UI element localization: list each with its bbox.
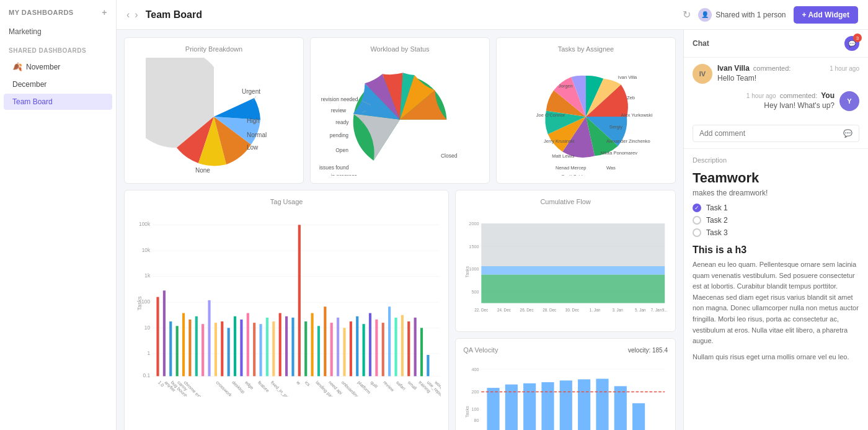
svg-text:ics: ics bbox=[304, 380, 312, 388]
svg-text:ready: ready bbox=[335, 119, 349, 125]
svg-rect-71 bbox=[317, 326, 320, 376]
description-paragraph: Aenean eu leo quam. Pellentesque ornare … bbox=[693, 259, 859, 347]
priority-breakdown-widget: Priority Breakdown bbox=[124, 37, 304, 184]
svg-rect-78 bbox=[363, 324, 365, 376]
task-3-label: Task 3 bbox=[706, 228, 728, 237]
svg-rect-54 bbox=[208, 300, 210, 376]
shared-avatar: 👤 bbox=[698, 8, 712, 22]
svg-rect-83 bbox=[394, 318, 397, 376]
description-paragraph-2: Nullam quis risus eget urna mollis ornar… bbox=[693, 352, 859, 363]
svg-text:400: 400 bbox=[472, 367, 479, 372]
svg-text:1: 1 bbox=[147, 350, 150, 356]
svg-text:Joe O'Connor: Joe O'Connor bbox=[536, 112, 565, 118]
svg-text:80: 80 bbox=[474, 418, 479, 423]
svg-text:Alexander Zinchenko: Alexander Zinchenko bbox=[606, 138, 650, 144]
svg-text:Closed: Closed bbox=[441, 153, 458, 159]
task-3[interactable]: Task 3 bbox=[693, 228, 859, 237]
svg-rect-74 bbox=[337, 318, 339, 376]
ivan-avatar: IV bbox=[693, 64, 712, 84]
sidebar-my-dashboards-header: MY DASHBOARDS + bbox=[0, 0, 116, 25]
topbar-nav: ‹ › bbox=[126, 9, 138, 20]
chat-input-area[interactable]: 💬 bbox=[693, 125, 859, 142]
qa-velocity-widget: QA Velocity velocity: 185.4 400 200 100 … bbox=[455, 338, 676, 430]
svg-rect-53 bbox=[202, 324, 204, 376]
svg-text:Tasks: Tasks bbox=[464, 266, 470, 277]
svg-rect-64 bbox=[272, 321, 275, 376]
tag-usage-chart: Tasks 100k 10k 1k 100 10 1 0.1 bbox=[132, 210, 441, 396]
svg-rect-58 bbox=[234, 316, 236, 377]
sidebar-marketing-label[interactable]: Marketing bbox=[0, 25, 116, 41]
chat-message-2: Y You commented: 1 hour ago Hey Ivan! Wh… bbox=[693, 91, 859, 111]
svg-text:crosswork: crosswork bbox=[215, 380, 234, 396]
svg-text:200: 200 bbox=[472, 389, 479, 395]
svg-text:Matt Lewis: Matt Lewis bbox=[552, 153, 574, 159]
svg-text:Jorgen: Jorgen bbox=[559, 83, 573, 89]
svg-rect-77 bbox=[356, 316, 358, 377]
svg-text:Normal: Normal bbox=[247, 132, 267, 138]
sidebar-item-november[interactable]: 🍂 November bbox=[4, 58, 112, 75]
chat-panel-header: Chat 💬 3 bbox=[684, 30, 868, 58]
send-icon[interactable]: 💬 bbox=[843, 129, 852, 138]
forward-icon[interactable]: › bbox=[135, 9, 138, 20]
svg-rect-63 bbox=[266, 318, 268, 376]
assignee-title: Tasks by Assignee bbox=[504, 45, 668, 53]
svg-text:30. Dec: 30. Dec bbox=[565, 308, 580, 312]
task-1-check[interactable]: ✓ bbox=[693, 204, 701, 212]
chat-input[interactable] bbox=[699, 129, 843, 138]
qa-velocity-svg: 400 200 100 80 60 bbox=[463, 356, 668, 430]
chat-message-1: IV Ivan Villa commented: 1 hour ago Hell… bbox=[693, 64, 859, 84]
add-widget-button[interactable]: + Add Widget bbox=[794, 6, 858, 24]
svg-text:1k: 1k bbox=[144, 272, 151, 279]
svg-text:issues found: issues found bbox=[319, 164, 349, 171]
task-2-check[interactable] bbox=[693, 216, 701, 225]
svg-rect-143 bbox=[578, 379, 590, 430]
add-dashboard-icon[interactable]: + bbox=[102, 7, 107, 17]
description-section: Description Teamwork makes the dreamwork… bbox=[684, 148, 868, 370]
svg-text:1500: 1500 bbox=[469, 244, 479, 249]
workload-chart-container: revision needed review ready pending Ope… bbox=[318, 58, 482, 176]
shared-with-button[interactable]: 👤 Shared with 1 person bbox=[698, 8, 786, 22]
workload-status-widget: Workload by Status bbox=[310, 37, 490, 184]
svg-text:Open: Open bbox=[335, 147, 348, 153]
svg-text:100k: 100k bbox=[139, 221, 151, 227]
svg-text:0.1: 0.1 bbox=[143, 372, 151, 378]
svg-rect-65 bbox=[279, 313, 281, 377]
chat-icon[interactable]: 💬 3 bbox=[844, 36, 859, 51]
svg-text:ie: ie bbox=[295, 380, 301, 386]
svg-text:Urgent: Urgent bbox=[242, 88, 260, 95]
sidebar-item-team-board[interactable]: Team Board bbox=[4, 94, 112, 110]
sidebar-my-dashboards-label: MY DASHBOARDS bbox=[9, 9, 74, 16]
tag-usage-svg: 100k 10k 1k 100 10 1 0.1 bbox=[132, 210, 441, 396]
chat-time-1: 1 hour ago bbox=[830, 65, 859, 72]
task-1[interactable]: ✓ Task 1 bbox=[693, 204, 859, 212]
topbar: ‹ › Team Board ↻ 👤 Shared with 1 person … bbox=[117, 0, 868, 30]
task-list: ✓ Task 1 Task 2 Task 3 bbox=[693, 204, 859, 237]
svg-text:1. Jan: 1. Jan bbox=[590, 308, 601, 312]
cumulative-title: Cumulative Flow bbox=[463, 198, 668, 205]
tasks-assignee-widget: Tasks by Assignee bbox=[496, 37, 676, 184]
sidebar-item-december[interactable]: December bbox=[4, 76, 112, 92]
widgets-row-1: Priority Breakdown bbox=[124, 37, 676, 184]
svg-rect-144 bbox=[596, 378, 609, 430]
back-icon[interactable]: ‹ bbox=[126, 9, 130, 20]
right-charts-column: Cumulative Flow 2000 1500 1000 500 bbox=[455, 190, 676, 430]
svg-text:22. Dec: 22. Dec bbox=[474, 308, 489, 312]
svg-rect-57 bbox=[228, 328, 230, 376]
tag-usage-title: Tag Usage bbox=[132, 198, 441, 205]
svg-rect-69 bbox=[304, 321, 307, 376]
svg-rect-50 bbox=[182, 313, 185, 377]
svg-text:28. Dec: 28. Dec bbox=[542, 308, 557, 312]
svg-text:Low: Low bbox=[247, 144, 259, 151]
svg-rect-46 bbox=[156, 297, 159, 377]
svg-text:High: High bbox=[247, 117, 260, 124]
svg-rect-72 bbox=[324, 307, 326, 376]
svg-text:Nenad Mercep: Nenad Mercep bbox=[556, 165, 586, 171]
svg-text:10: 10 bbox=[144, 325, 151, 331]
task-3-check[interactable] bbox=[693, 228, 701, 237]
you-avatar: Y bbox=[839, 91, 859, 111]
svg-text:2000: 2000 bbox=[469, 221, 479, 226]
task-2[interactable]: Task 2 bbox=[693, 216, 859, 225]
page-title: Team Board bbox=[146, 9, 683, 20]
refresh-icon[interactable]: ↻ bbox=[683, 9, 691, 20]
svg-rect-75 bbox=[343, 328, 345, 376]
